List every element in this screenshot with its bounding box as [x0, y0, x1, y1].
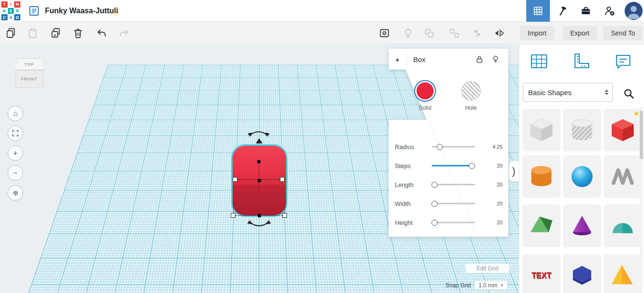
design-menu-icon[interactable] [28, 5, 40, 17]
home-view-button[interactable]: ⌂ [8, 106, 23, 121]
height-handle[interactable] [257, 160, 261, 163]
ungroup-button[interactable] [446, 25, 462, 41]
duplicate-button[interactable] [48, 25, 64, 41]
shape-tile-scribble[interactable] [604, 155, 642, 198]
scale-handle[interactable] [282, 213, 287, 218]
scale-handle[interactable] [280, 177, 285, 182]
sidebar-expand-tab[interactable]: ) [509, 161, 519, 182]
snap-grid-select[interactable]: 1.0 mm ▲ [475, 281, 507, 290]
slider-value: 20 [481, 201, 503, 206]
home-icon: ⌂ [13, 109, 18, 118]
dashboard-grid-button[interactable] [526, 0, 550, 22]
zoom-out-button[interactable]: − [8, 165, 23, 181]
hole-option[interactable]: Hole [460, 81, 482, 111]
rotate-arrow-front[interactable] [246, 219, 272, 230]
delete-button[interactable] [70, 25, 86, 41]
lock-icon[interactable] [475, 55, 484, 63]
copy-button[interactable] [3, 25, 19, 41]
send-to-button[interactable]: Send To [603, 26, 643, 40]
mirror-icon [494, 27, 505, 39]
invite-person-icon[interactable] [604, 5, 615, 17]
search-shapes-button[interactable] [621, 86, 636, 101]
export-button[interactable]: Export [563, 26, 597, 40]
mirror-button[interactable] [491, 25, 507, 41]
slider-value: 4.25 [481, 144, 503, 150]
shape-tile-pyramid[interactable] [604, 255, 642, 293]
slider-handle[interactable] [469, 163, 475, 169]
sidebar-scrollbar-thumb[interactable] [640, 111, 643, 159]
center-handle[interactable] [258, 179, 261, 182]
fit-view-button[interactable] [8, 125, 23, 141]
shape-tile-cylinder-half[interactable] [563, 109, 601, 151]
zoom-in-button[interactable]: + [8, 145, 23, 161]
design-title[interactable]: Funky Waasa-Juttuli [45, 0, 118, 22]
shape-tile-box[interactable]: ★ [604, 109, 642, 151]
import-button[interactable]: Import [520, 26, 554, 40]
shape-category-select[interactable]: Basic Shapes [523, 83, 613, 102]
logo-tile: C [1, 14, 8, 20]
slider-handle[interactable] [432, 182, 438, 188]
slider-track[interactable] [432, 184, 475, 186]
align-icon [471, 27, 483, 39]
tinkercad-logo[interactable]: T I N K E R C A D [0, 0, 22, 22]
copy-icon [5, 27, 17, 39]
inspector-material-section: Solid Hole [389, 70, 508, 120]
view-cube-top-face[interactable]: TOP [14, 58, 44, 70]
transparency-button[interactable] [400, 25, 416, 41]
person-icon [625, 2, 643, 20]
group-button[interactable] [421, 25, 437, 41]
shape-tile-roof[interactable] [522, 204, 560, 247]
lightbulb-icon[interactable] [491, 55, 500, 63]
ruler-tool-icon[interactable] [570, 51, 592, 72]
fit-view-icon [11, 129, 19, 137]
shape-tile-cylinder[interactable] [522, 155, 560, 198]
perspective-toggle-button[interactable] [8, 185, 23, 201]
raise-handle-cone[interactable] [256, 138, 262, 143]
app-header: T I N K E R C A D Funky Waasa-Juttuli [0, 0, 644, 22]
scale-handle[interactable] [233, 177, 237, 182]
view-cube-top-label: TOP [25, 62, 34, 67]
shape-tile-box-transparent[interactable] [522, 109, 560, 151]
slider-handle[interactable] [432, 201, 438, 207]
view-cube-front-face[interactable]: FRONT [16, 70, 43, 88]
inspector-collapse-button[interactable]: ▲ [389, 49, 407, 70]
logo-tile: K [1, 8, 8, 14]
slider-handle[interactable] [432, 220, 438, 226]
slider-track[interactable] [432, 203, 475, 204]
viewport-3d[interactable]: TOP FRONT ⌂ + − [0, 44, 519, 293]
redo-button[interactable] [116, 25, 132, 41]
paste-button[interactable] [25, 25, 41, 41]
slider-label: Width [395, 200, 410, 207]
tools-hammer-icon[interactable] [557, 5, 569, 17]
show-all-button[interactable] [376, 25, 392, 41]
slider-track[interactable] [432, 165, 475, 167]
briefcase-icon[interactable] [580, 5, 592, 17]
text-red-icon: TEXT TEXT [527, 261, 556, 291]
slider-track[interactable] [432, 222, 475, 223]
cylinder-striped-icon [567, 115, 597, 145]
shape-tile-text[interactable]: TEXT TEXT [522, 255, 560, 293]
scale-handle[interactable] [231, 213, 235, 218]
radius-slider-row: Radius 4.25 [389, 137, 508, 156]
edge-handle[interactable] [258, 214, 261, 217]
shape-tile-sphere[interactable] [563, 155, 601, 198]
inspector-title: Box [413, 55, 426, 63]
undo-button[interactable] [94, 25, 110, 41]
workplane-tool-icon[interactable] [528, 51, 550, 72]
view-cube[interactable]: TOP FRONT [13, 58, 45, 89]
shape-tile-cone[interactable] [563, 204, 601, 247]
slider-handle[interactable] [436, 144, 443, 150]
pyramid-yellow-icon [608, 261, 637, 291]
align-button[interactable] [469, 25, 485, 41]
user-avatar[interactable] [625, 2, 643, 20]
rotate-arrow-top[interactable] [246, 128, 271, 138]
snap-grid-value: 1.0 mm [479, 282, 497, 289]
slider-label: Length [395, 181, 414, 188]
shape-tile-round-roof[interactable] [604, 204, 642, 247]
edit-grid-button[interactable]: Edit Grid [466, 264, 509, 273]
shape-tile-polygon[interactable] [563, 255, 601, 293]
solid-option[interactable]: Solid [414, 81, 436, 111]
undo-icon [96, 27, 107, 39]
slider-track[interactable] [432, 146, 475, 148]
notes-tool-icon[interactable] [612, 51, 634, 72]
